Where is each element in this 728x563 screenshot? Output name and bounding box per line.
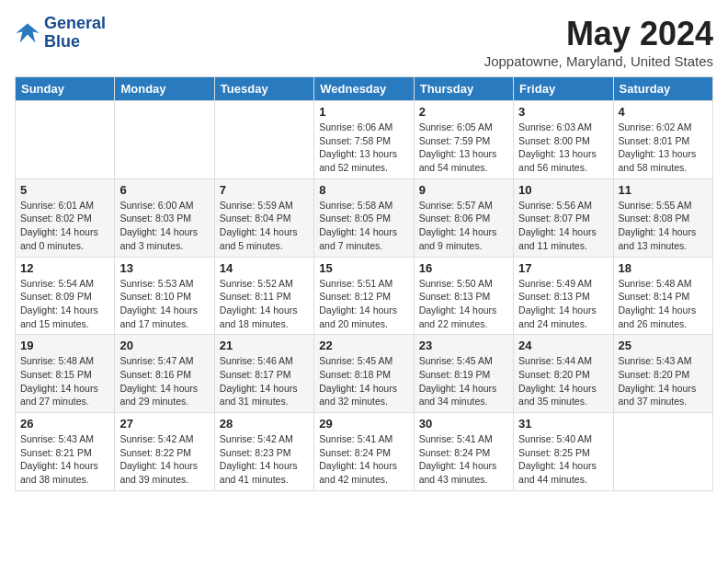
calendar-cell: 4Sunrise: 6:02 AM Sunset: 8:01 PM Daylig…: [613, 101, 712, 179]
calendar-cell: 20Sunrise: 5:47 AM Sunset: 8:16 PM Dayli…: [115, 335, 214, 413]
day-info: Sunrise: 6:03 AM Sunset: 8:00 PM Dayligh…: [518, 121, 608, 175]
day-info: Sunrise: 5:55 AM Sunset: 8:08 PM Dayligh…: [619, 199, 708, 253]
day-number: 26: [20, 417, 109, 431]
day-number: 14: [220, 261, 309, 275]
day-number: 22: [319, 339, 408, 352]
calendar-cell: 2Sunrise: 6:05 AM Sunset: 7:59 PM Daylig…: [414, 101, 513, 179]
calendar-week-row: 1Sunrise: 6:06 AM Sunset: 7:58 PM Daylig…: [16, 101, 713, 179]
day-number: 5: [20, 183, 109, 197]
calendar-cell: 15Sunrise: 5:51 AM Sunset: 8:12 PM Dayli…: [314, 257, 414, 335]
day-info: Sunrise: 5:42 AM Sunset: 8:22 PM Dayligh…: [119, 432, 209, 487]
calendar-table: SundayMondayTuesdayWednesdayThursdayFrid…: [15, 76, 713, 491]
calendar-cell: 3Sunrise: 6:03 AM Sunset: 8:00 PM Daylig…: [514, 101, 613, 179]
weekday-header-monday: Monday: [115, 77, 214, 101]
day-info: Sunrise: 5:47 AM Sunset: 8:16 PM Dayligh…: [119, 354, 209, 408]
day-info: Sunrise: 5:57 AM Sunset: 8:06 PM Dayligh…: [419, 199, 508, 253]
weekday-header-tuesday: Tuesday: [214, 77, 313, 101]
svg-marker-0: [16, 23, 39, 42]
day-info: Sunrise: 5:59 AM Sunset: 8:04 PM Dayligh…: [220, 199, 309, 253]
day-number: 27: [119, 417, 209, 431]
location-subtitle: Joppatowne, Maryland, United States: [484, 53, 713, 69]
day-info: Sunrise: 5:50 AM Sunset: 8:13 PM Dayligh…: [419, 277, 508, 331]
calendar-cell: 14Sunrise: 5:52 AM Sunset: 8:11 PM Dayli…: [214, 257, 313, 335]
calendar-cell: 1Sunrise: 6:06 AM Sunset: 7:58 PM Daylig…: [314, 101, 414, 179]
day-number: 13: [119, 261, 209, 275]
day-info: Sunrise: 5:41 AM Sunset: 8:24 PM Dayligh…: [419, 432, 508, 487]
day-number: 4: [619, 105, 708, 119]
weekday-header-row: SundayMondayTuesdayWednesdayThursdayFrid…: [16, 77, 713, 101]
day-number: 6: [119, 183, 209, 197]
calendar-cell: 16Sunrise: 5:50 AM Sunset: 8:13 PM Dayli…: [414, 257, 513, 335]
day-info: Sunrise: 5:45 AM Sunset: 8:19 PM Dayligh…: [419, 354, 508, 408]
calendar-cell: 12Sunrise: 5:54 AM Sunset: 8:09 PM Dayli…: [16, 257, 115, 335]
page-header: General Blue May 2024 Joppatowne, Maryla…: [15, 15, 713, 69]
day-info: Sunrise: 5:43 AM Sunset: 8:21 PM Dayligh…: [20, 432, 109, 487]
day-info: Sunrise: 5:48 AM Sunset: 8:15 PM Dayligh…: [20, 354, 109, 408]
day-number: 10: [518, 183, 608, 197]
day-number: 30: [419, 417, 508, 431]
calendar-cell: [613, 413, 712, 491]
calendar-cell: 18Sunrise: 5:48 AM Sunset: 8:14 PM Dayli…: [613, 257, 712, 335]
day-number: 25: [619, 339, 708, 352]
day-info: Sunrise: 5:40 AM Sunset: 8:25 PM Dayligh…: [518, 432, 608, 487]
calendar-cell: 5Sunrise: 6:01 AM Sunset: 8:02 PM Daylig…: [16, 178, 115, 257]
day-info: Sunrise: 5:51 AM Sunset: 8:12 PM Dayligh…: [319, 277, 408, 331]
calendar-cell: 30Sunrise: 5:41 AM Sunset: 8:24 PM Dayli…: [414, 413, 513, 491]
day-number: 20: [119, 339, 209, 352]
weekday-header-sunday: Sunday: [16, 77, 115, 101]
day-number: 19: [20, 339, 109, 352]
day-info: Sunrise: 6:00 AM Sunset: 8:03 PM Dayligh…: [119, 199, 209, 253]
calendar-week-row: 12Sunrise: 5:54 AM Sunset: 8:09 PM Dayli…: [16, 257, 713, 335]
calendar-cell: 10Sunrise: 5:56 AM Sunset: 8:07 PM Dayli…: [514, 178, 613, 257]
day-number: 31: [518, 417, 608, 431]
calendar-cell: [16, 101, 115, 179]
calendar-cell: 25Sunrise: 5:43 AM Sunset: 8:20 PM Dayli…: [613, 335, 712, 413]
day-number: 29: [319, 417, 408, 431]
calendar-cell: 13Sunrise: 5:53 AM Sunset: 8:10 PM Dayli…: [115, 257, 214, 335]
day-info: Sunrise: 5:43 AM Sunset: 8:20 PM Dayligh…: [619, 354, 708, 408]
calendar-cell: 31Sunrise: 5:40 AM Sunset: 8:25 PM Dayli…: [514, 413, 613, 491]
calendar-cell: 23Sunrise: 5:45 AM Sunset: 8:19 PM Dayli…: [414, 335, 513, 413]
day-number: 17: [518, 261, 608, 275]
logo-text-line1: General: [44, 15, 106, 33]
day-info: Sunrise: 6:05 AM Sunset: 7:59 PM Dayligh…: [419, 121, 508, 175]
day-number: 28: [220, 417, 309, 431]
calendar-cell: 22Sunrise: 5:45 AM Sunset: 8:18 PM Dayli…: [314, 335, 414, 413]
calendar-cell: 9Sunrise: 5:57 AM Sunset: 8:06 PM Daylig…: [414, 178, 513, 257]
day-number: 24: [518, 339, 608, 352]
day-info: Sunrise: 6:01 AM Sunset: 8:02 PM Dayligh…: [20, 199, 109, 253]
day-info: Sunrise: 5:52 AM Sunset: 8:11 PM Dayligh…: [220, 277, 309, 331]
day-number: 9: [419, 183, 508, 197]
day-number: 16: [419, 261, 508, 275]
day-number: 21: [220, 339, 309, 352]
day-number: 11: [619, 183, 708, 197]
day-number: 1: [319, 105, 408, 119]
day-info: Sunrise: 5:42 AM Sunset: 8:23 PM Dayligh…: [220, 432, 309, 487]
day-info: Sunrise: 5:49 AM Sunset: 8:13 PM Dayligh…: [518, 277, 608, 331]
day-number: 8: [319, 183, 408, 197]
calendar-week-row: 26Sunrise: 5:43 AM Sunset: 8:21 PM Dayli…: [16, 413, 713, 491]
logo-text-line2: Blue: [44, 33, 106, 52]
calendar-cell: [214, 101, 313, 179]
day-number: 2: [419, 105, 508, 119]
calendar-cell: 19Sunrise: 5:48 AM Sunset: 8:15 PM Dayli…: [16, 335, 115, 413]
calendar-cell: 24Sunrise: 5:44 AM Sunset: 8:20 PM Dayli…: [514, 335, 613, 413]
calendar-cell: 11Sunrise: 5:55 AM Sunset: 8:08 PM Dayli…: [613, 178, 712, 257]
day-info: Sunrise: 5:56 AM Sunset: 8:07 PM Dayligh…: [518, 199, 608, 253]
day-number: 23: [419, 339, 508, 352]
calendar-week-row: 5Sunrise: 6:01 AM Sunset: 8:02 PM Daylig…: [16, 178, 713, 257]
calendar-cell: 27Sunrise: 5:42 AM Sunset: 8:22 PM Dayli…: [115, 413, 214, 491]
calendar-cell: 28Sunrise: 5:42 AM Sunset: 8:23 PM Dayli…: [214, 413, 313, 491]
title-area: May 2024 Joppatowne, Maryland, United St…: [484, 15, 713, 69]
day-number: 7: [220, 183, 309, 197]
calendar-cell: 29Sunrise: 5:41 AM Sunset: 8:24 PM Dayli…: [314, 413, 414, 491]
weekday-header-thursday: Thursday: [414, 77, 513, 101]
logo: General Blue: [15, 15, 106, 52]
day-info: Sunrise: 5:53 AM Sunset: 8:10 PM Dayligh…: [119, 277, 209, 331]
month-title: May 2024: [484, 15, 713, 53]
day-info: Sunrise: 5:58 AM Sunset: 8:05 PM Dayligh…: [319, 199, 408, 253]
day-number: 3: [518, 105, 608, 119]
logo-icon: [15, 20, 40, 46]
calendar-cell: 26Sunrise: 5:43 AM Sunset: 8:21 PM Dayli…: [16, 413, 115, 491]
calendar-cell: 17Sunrise: 5:49 AM Sunset: 8:13 PM Dayli…: [514, 257, 613, 335]
